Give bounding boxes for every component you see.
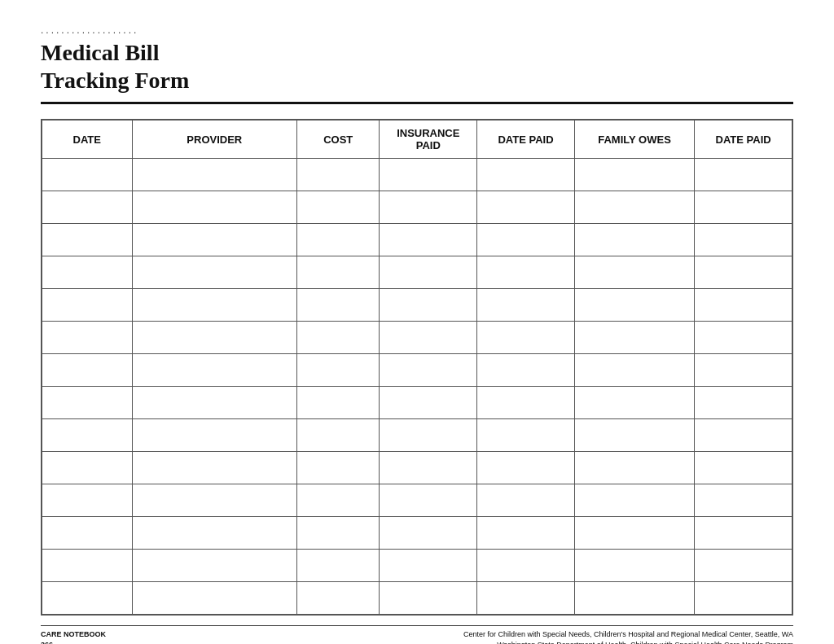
table-cell[interactable]	[42, 224, 133, 256]
table-cell[interactable]	[695, 582, 792, 615]
table-cell[interactable]	[477, 256, 575, 289]
table-cell[interactable]	[695, 159, 792, 191]
table-cell[interactable]	[574, 419, 694, 452]
table-cell[interactable]	[477, 191, 575, 224]
table-cell[interactable]	[42, 452, 133, 484]
table-cell[interactable]	[380, 484, 477, 517]
table-cell[interactable]	[297, 484, 380, 517]
table-cell[interactable]	[695, 256, 792, 289]
table-cell[interactable]	[695, 322, 792, 354]
table-cell[interactable]	[42, 484, 133, 517]
table-cell[interactable]	[477, 517, 575, 550]
table-cell[interactable]	[42, 582, 133, 615]
table-cell[interactable]	[695, 517, 792, 550]
table-cell[interactable]	[297, 289, 380, 322]
table-cell[interactable]	[695, 484, 792, 517]
table-cell[interactable]	[42, 550, 133, 582]
table-cell[interactable]	[695, 191, 792, 224]
footer: CARE NOTEBOOK 366 Center for Children wi…	[41, 625, 793, 644]
table-cell[interactable]	[297, 582, 380, 615]
table-cell[interactable]	[574, 354, 694, 387]
table-cell[interactable]	[574, 582, 694, 615]
table-cell[interactable]	[477, 322, 575, 354]
table-cell[interactable]	[380, 191, 477, 224]
table-cell[interactable]	[574, 322, 694, 354]
table-cell[interactable]	[380, 582, 477, 615]
table-cell[interactable]	[297, 354, 380, 387]
table-cell[interactable]	[297, 159, 380, 191]
table-cell[interactable]	[380, 289, 477, 322]
table-cell[interactable]	[477, 224, 575, 256]
table-cell[interactable]	[477, 582, 575, 615]
table-cell[interactable]	[132, 322, 297, 354]
table-cell[interactable]	[132, 191, 297, 224]
table-cell[interactable]	[380, 419, 477, 452]
table-cell[interactable]	[297, 550, 380, 582]
table-cell[interactable]	[380, 322, 477, 354]
table-cell[interactable]	[380, 256, 477, 289]
table-cell[interactable]	[477, 354, 575, 387]
table-cell[interactable]	[132, 550, 297, 582]
table-cell[interactable]	[574, 517, 694, 550]
table-cell[interactable]	[297, 387, 380, 419]
table-cell[interactable]	[42, 289, 133, 322]
table-cell[interactable]	[132, 484, 297, 517]
table-cell[interactable]	[132, 387, 297, 419]
table-cell[interactable]	[297, 256, 380, 289]
table-cell[interactable]	[132, 159, 297, 191]
table-cell[interactable]	[132, 354, 297, 387]
table-cell[interactable]	[695, 387, 792, 419]
table-cell[interactable]	[380, 452, 477, 484]
table-cell[interactable]	[477, 484, 575, 517]
table-cell[interactable]	[477, 550, 575, 582]
table-cell[interactable]	[695, 354, 792, 387]
table-cell[interactable]	[42, 354, 133, 387]
table-cell[interactable]	[297, 452, 380, 484]
table-cell[interactable]	[695, 550, 792, 582]
table-cell[interactable]	[574, 289, 694, 322]
table-cell[interactable]	[574, 159, 694, 191]
table-cell[interactable]	[380, 224, 477, 256]
table-cell[interactable]	[42, 159, 133, 191]
table-cell[interactable]	[132, 224, 297, 256]
table-cell[interactable]	[477, 452, 575, 484]
table-cell[interactable]	[42, 419, 133, 452]
table-cell[interactable]	[574, 191, 694, 224]
table-cell[interactable]	[42, 517, 133, 550]
table-cell[interactable]	[42, 322, 133, 354]
table-cell[interactable]	[477, 289, 575, 322]
table-cell[interactable]	[380, 387, 477, 419]
table-cell[interactable]	[574, 387, 694, 419]
table-cell[interactable]	[380, 517, 477, 550]
table-cell[interactable]	[42, 256, 133, 289]
table-cell[interactable]	[132, 289, 297, 322]
table-cell[interactable]	[380, 354, 477, 387]
table-cell[interactable]	[132, 419, 297, 452]
table-cell[interactable]	[297, 191, 380, 224]
table-cell[interactable]	[695, 289, 792, 322]
table-cell[interactable]	[695, 224, 792, 256]
table-cell[interactable]	[574, 550, 694, 582]
table-cell[interactable]	[574, 484, 694, 517]
table-cell[interactable]	[477, 419, 575, 452]
table-cell[interactable]	[132, 582, 297, 615]
table-cell[interactable]	[132, 256, 297, 289]
table-cell[interactable]	[695, 452, 792, 484]
table-cell[interactable]	[695, 419, 792, 452]
table-cell[interactable]	[297, 419, 380, 452]
table-cell[interactable]	[380, 159, 477, 191]
table-cell[interactable]	[297, 517, 380, 550]
table-cell[interactable]	[477, 159, 575, 191]
table-cell[interactable]	[574, 452, 694, 484]
footer-right-line1: Center for Children with Special Needs, …	[463, 629, 793, 640]
table-cell[interactable]	[297, 224, 380, 256]
table-cell[interactable]	[297, 322, 380, 354]
table-cell[interactable]	[477, 387, 575, 419]
table-cell[interactable]	[380, 550, 477, 582]
table-cell[interactable]	[42, 191, 133, 224]
table-cell[interactable]	[42, 387, 133, 419]
table-cell[interactable]	[574, 224, 694, 256]
table-cell[interactable]	[574, 256, 694, 289]
table-cell[interactable]	[132, 517, 297, 550]
table-cell[interactable]	[132, 452, 297, 484]
